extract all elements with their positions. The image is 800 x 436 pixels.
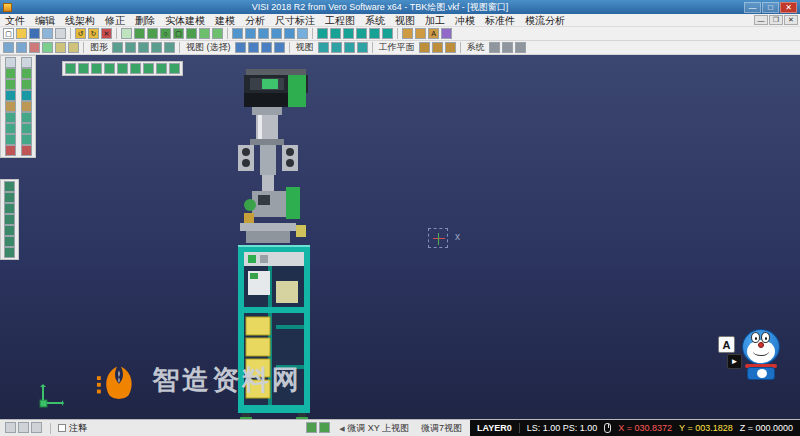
mirror-tool-icon[interactable] [297, 28, 308, 39]
filter-solid-icon[interactable] [5, 90, 16, 101]
measure-icon[interactable] [402, 28, 413, 39]
layer-indicator[interactable]: LAYER0 [477, 423, 512, 433]
layer-edit-icon[interactable] [16, 42, 27, 53]
line-tool-icon[interactable] [134, 28, 145, 39]
dimension-icon[interactable] [415, 28, 426, 39]
snap-end-icon[interactable] [5, 112, 16, 123]
filter-circle-icon[interactable] [21, 79, 32, 90]
system-settings-icon[interactable] [489, 42, 500, 53]
zoom-previous-icon[interactable] [261, 42, 272, 53]
erase-icon[interactable]: ✕ [101, 28, 112, 39]
select-none-icon[interactable] [169, 63, 180, 74]
select-window-icon[interactable] [130, 63, 141, 74]
ellipse-tool-icon[interactable] [212, 28, 223, 39]
mdi-minimize-button[interactable]: — [754, 15, 768, 25]
select-by-color-icon[interactable] [91, 63, 102, 74]
select-icon[interactable] [5, 57, 16, 68]
extrude-icon[interactable] [343, 28, 354, 39]
snap-mid-icon[interactable] [21, 112, 32, 123]
select-invert-icon[interactable] [156, 63, 167, 74]
nudge-arrow-icon[interactable]: ◀ [339, 425, 344, 432]
polygon-tool-icon[interactable] [186, 28, 197, 39]
snap-settings-icon[interactable] [515, 42, 526, 53]
note-checkbox[interactable] [58, 424, 66, 432]
chamfer-tool-icon[interactable] [284, 28, 295, 39]
attribute-edit-icon[interactable] [3, 42, 14, 53]
mdi-close-button[interactable]: ✕ [784, 15, 798, 25]
maximize-button[interactable]: □ [762, 2, 779, 13]
fillet-tool-icon[interactable] [271, 28, 282, 39]
save-icon[interactable] [29, 28, 40, 39]
revolve-icon[interactable] [356, 28, 367, 39]
open-folder-icon[interactable] [16, 28, 27, 39]
note-toggle[interactable]: 注释 [58, 422, 87, 435]
menu-item-14[interactable]: 冲模 [450, 14, 480, 27]
view-rotate-icon[interactable] [4, 181, 15, 192]
select-all-icon[interactable] [65, 63, 76, 74]
trim-tool-icon[interactable] [232, 28, 243, 39]
filter-point-icon[interactable] [5, 68, 16, 79]
wireframe-mode-icon[interactable] [125, 42, 136, 53]
offset-tool-icon[interactable] [258, 28, 269, 39]
side-view-icon[interactable] [344, 42, 355, 53]
edge-display-icon[interactable] [164, 42, 175, 53]
menu-item-9[interactable]: 尺寸标注 [270, 14, 320, 27]
menu-item-12[interactable]: 视图 [390, 14, 420, 27]
top-view-icon[interactable] [318, 42, 329, 53]
extend-tool-icon[interactable] [245, 28, 256, 39]
front-view-icon[interactable] [331, 42, 342, 53]
rectangle-tool-icon[interactable]: ▢ [173, 28, 184, 39]
select-box-icon[interactable] [21, 57, 32, 68]
text-annotation-icon[interactable]: A [428, 28, 439, 39]
menu-item-4[interactable]: 修正 [100, 14, 130, 27]
snap-intersection-icon[interactable] [21, 123, 32, 134]
import-icon[interactable] [42, 28, 53, 39]
menu-item-10[interactable]: 工程图 [320, 14, 360, 27]
snap-status-icon[interactable] [5, 422, 16, 433]
arc-tool-icon[interactable] [147, 28, 158, 39]
view-fit-icon[interactable] [4, 214, 15, 225]
workplane-xy-icon[interactable] [419, 42, 430, 53]
solid-block-icon[interactable] [317, 28, 328, 39]
select-by-layer-icon[interactable] [104, 63, 115, 74]
menu-item-7[interactable]: 建模 [210, 14, 240, 27]
select-chain-icon[interactable] [78, 63, 89, 74]
nudge-view-secondary[interactable]: 微调7视图 [417, 422, 466, 435]
menu-item-2[interactable]: 编辑 [30, 14, 60, 27]
workplane-zx-icon[interactable] [445, 42, 456, 53]
spline-tool-icon[interactable] [199, 28, 210, 39]
boolean-union-icon[interactable] [369, 28, 380, 39]
regenerate-icon[interactable] [4, 236, 15, 247]
select-by-type-icon[interactable] [117, 63, 128, 74]
undo-icon[interactable]: ↺ [75, 28, 86, 39]
menu-item-3[interactable]: 线架构 [60, 14, 100, 27]
menu-item-8[interactable]: 分析 [240, 14, 270, 27]
filter-surface-icon[interactable] [21, 90, 32, 101]
color-picker-icon[interactable] [29, 42, 40, 53]
point-mode-status-icon[interactable] [306, 422, 317, 433]
menu-item-16[interactable]: 模流分析 [520, 14, 570, 27]
line-style-icon[interactable] [42, 42, 53, 53]
snap-grid-icon[interactable] [5, 134, 16, 145]
group-entities-icon[interactable] [55, 42, 66, 53]
snap-quadrant-icon[interactable] [21, 134, 32, 145]
filter-text-icon[interactable] [5, 101, 16, 112]
layer-manager-icon[interactable] [441, 28, 452, 39]
filter-dimension-icon[interactable] [21, 101, 32, 112]
filter-arc-icon[interactable] [5, 79, 16, 90]
select-polygon-icon[interactable] [143, 63, 154, 74]
shaded-mode-icon[interactable] [112, 42, 123, 53]
coord-mode-status-icon[interactable] [319, 422, 330, 433]
minimize-button[interactable]: — [744, 2, 761, 13]
redo-icon[interactable]: ↻ [88, 28, 99, 39]
menu-item-13[interactable]: 加工 [420, 14, 450, 27]
menu-item-15[interactable]: 标准件 [480, 14, 520, 27]
mdi-restore-button[interactable]: ❐ [769, 15, 783, 25]
wcs-origin-icon[interactable] [5, 145, 16, 156]
pan-view-icon[interactable] [274, 42, 285, 53]
zoom-fit-icon[interactable] [248, 42, 259, 53]
solid-cylinder-icon[interactable] [330, 28, 341, 39]
ortho-status-icon[interactable] [31, 422, 42, 433]
filter-line-icon[interactable] [21, 68, 32, 79]
point-tool-icon[interactable] [121, 28, 132, 39]
